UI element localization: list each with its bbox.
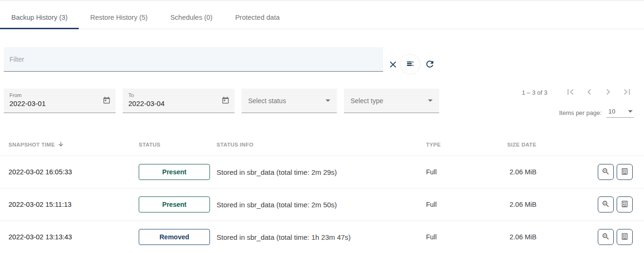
- calendar-icon[interactable]: [102, 96, 111, 106]
- refresh-button[interactable]: [424, 58, 436, 71]
- clear-filter-button[interactable]: [387, 59, 399, 71]
- to-date-label: To: [128, 92, 229, 98]
- tab-bar: Backup History (3) Restore History (5) S…: [0, 0, 644, 29]
- status-badge: Removed: [139, 229, 210, 245]
- filter-field: [4, 47, 383, 72]
- pagination-range: 1 – 3 of 3: [522, 89, 547, 96]
- status-badge: Present: [139, 164, 210, 180]
- zoom-in-icon: [602, 232, 610, 242]
- chevron-down-icon: [428, 99, 433, 102]
- last-page-icon: [621, 86, 633, 99]
- zoom-in-icon: [602, 200, 610, 210]
- report-icon: [620, 200, 629, 210]
- from-date-label: From: [9, 92, 110, 98]
- tab-label: Backup History (3): [11, 14, 67, 21]
- items-per-page: Items per page: 10: [559, 108, 634, 118]
- first-page-icon: [565, 86, 576, 99]
- backup-size: 2.06 MiB: [507, 233, 597, 241]
- status-info: Stored in sbr_data (total time: 2m 50s): [217, 201, 426, 209]
- tab-label: Schedules (0): [170, 14, 212, 21]
- first-page-button[interactable]: [565, 87, 576, 98]
- row-actions: [597, 229, 644, 245]
- next-page-button[interactable]: [602, 87, 614, 98]
- table-row: 2022-03-02 13:13:43 Removed Stored in sb…: [0, 220, 644, 253]
- column-snapshot-time[interactable]: SNAPSHOT TIME: [8, 141, 139, 148]
- tab-backup-history[interactable]: Backup History (3): [0, 6, 79, 29]
- chevron-right-icon: [602, 86, 614, 99]
- from-date-value: 2022-03-01: [9, 99, 46, 107]
- column-status-info: STATUS INFO: [217, 142, 426, 147]
- to-date-value: 2022-03-04: [128, 99, 165, 107]
- items-per-page-label: Items per page:: [559, 109, 602, 116]
- backup-size: 2.06 MiB: [507, 201, 597, 208]
- backup-report-button[interactable]: [617, 229, 633, 245]
- row-actions: [597, 164, 644, 180]
- report-icon: [620, 167, 629, 177]
- backup-type: Full: [426, 168, 507, 176]
- items-per-page-select[interactable]: 10: [606, 108, 634, 118]
- close-icon: [388, 59, 398, 71]
- backup-report-button[interactable]: [617, 196, 633, 212]
- backup-table: SNAPSHOT TIME STATUS STATUS INFO TYPE SI…: [0, 134, 644, 253]
- inspect-backup-button[interactable]: [598, 164, 614, 180]
- backup-type: Full: [426, 201, 507, 208]
- status-badge: Present: [139, 196, 210, 212]
- column-size-date: SIZE DATE: [507, 142, 597, 147]
- filter-input[interactable]: [4, 47, 383, 71]
- prev-page-button[interactable]: [584, 87, 595, 98]
- table-row: 2022-03-02 16:05:33 Present Stored in sb…: [0, 155, 644, 188]
- tab-label: Restore History (5): [90, 14, 148, 21]
- tab-protected-data[interactable]: Protected data: [224, 6, 291, 29]
- table-row: 2022-03-02 15:11:13 Present Stored in sb…: [0, 188, 644, 220]
- to-date-field[interactable]: To 2022-03-04: [123, 89, 234, 113]
- tab-schedules[interactable]: Schedules (0): [159, 6, 224, 29]
- snapshot-time: 2022-03-02 16:05:33: [8, 168, 139, 176]
- chevron-down-icon: [628, 110, 633, 113]
- filter-options-button[interactable]: [400, 54, 420, 74]
- status-select-placeholder: Select status: [248, 97, 286, 105]
- column-status: STATUS: [139, 142, 217, 147]
- calendar-icon[interactable]: [221, 96, 230, 106]
- backup-history-page: Backup History (3) Restore History (5) S…: [0, 0, 644, 253]
- backup-type: Full: [426, 233, 507, 241]
- snapshot-time: 2022-03-02 13:13:43: [8, 233, 139, 241]
- inspect-backup-button[interactable]: [598, 196, 614, 212]
- table-header-row: SNAPSHOT TIME STATUS STATUS INFO TYPE SI…: [0, 134, 644, 155]
- status-select[interactable]: Select status: [242, 89, 337, 113]
- from-date-field[interactable]: From 2022-03-01: [4, 89, 116, 113]
- report-icon: [620, 232, 629, 242]
- filter-list-icon: [405, 58, 416, 70]
- tab-label: Protected data: [235, 14, 279, 21]
- snapshot-time: 2022-03-02 15:11:13: [8, 201, 139, 208]
- type-select-placeholder: Select type: [351, 97, 383, 105]
- backup-report-button[interactable]: [617, 164, 633, 180]
- type-select[interactable]: Select type: [344, 89, 439, 113]
- items-per-page-value: 10: [608, 108, 615, 115]
- row-actions: [597, 196, 644, 212]
- column-type: TYPE: [426, 142, 507, 147]
- status-info: Stored in sbr_data (total time: 2m 29s): [217, 168, 426, 176]
- sort-desc-icon: [58, 141, 64, 148]
- tab-restore-history[interactable]: Restore History (5): [79, 6, 159, 29]
- backup-size: 2.06 MiB: [507, 168, 597, 176]
- status-info: Stored in sbr_data (total time: 1h 23m 4…: [217, 233, 426, 241]
- chevron-down-icon: [326, 99, 330, 102]
- pagination-nav: [565, 87, 633, 98]
- inspect-backup-button[interactable]: [598, 229, 614, 245]
- chevron-left-icon: [584, 86, 595, 99]
- zoom-in-icon: [602, 167, 610, 177]
- last-page-button[interactable]: [621, 87, 633, 98]
- refresh-icon: [425, 59, 435, 71]
